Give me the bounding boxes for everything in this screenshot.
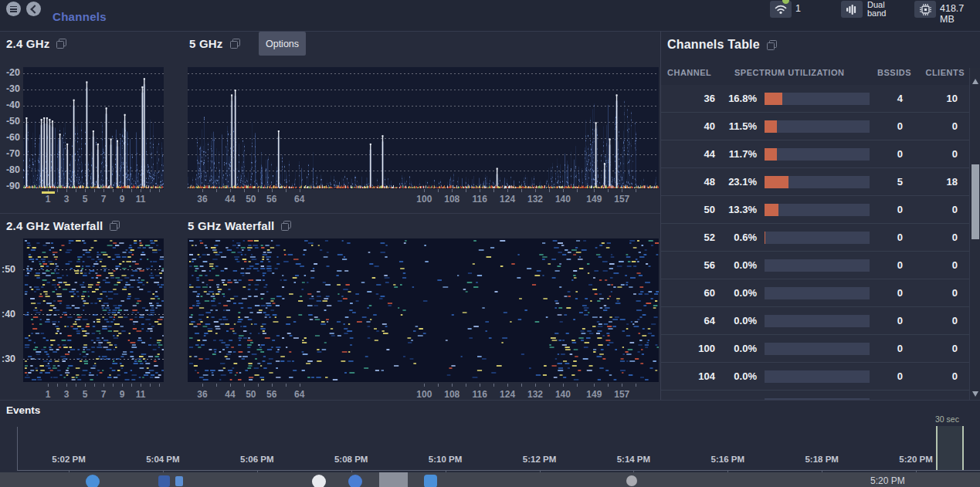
dock-icon[interactable] (626, 475, 637, 486)
copy-icon[interactable] (56, 39, 66, 49)
table-row[interactable]: 640.0%00 (661, 307, 969, 335)
column-header-channel[interactable]: CHANNEL (667, 68, 711, 77)
axis-tick (141, 384, 141, 387)
utilization-bar-fill (765, 204, 778, 216)
axis-tick (424, 384, 425, 387)
utilization-bar-track (765, 120, 870, 133)
axis-tick (66, 189, 67, 192)
timeline-time-label: 5:12 PM (523, 455, 556, 464)
axis-tick (244, 189, 245, 192)
memory-chip[interactable] (914, 1, 936, 18)
timeline-selection-window[interactable] (936, 426, 964, 470)
axis-tick (594, 189, 595, 192)
x-tick-label: 157 (614, 389, 629, 400)
timeline-axis (17, 470, 980, 471)
x-tick-label: 108 (444, 194, 459, 205)
copy-icon[interactable] (767, 40, 777, 50)
table-row[interactable]: 1040.0%00 (661, 363, 969, 391)
options-button[interactable]: Options (259, 32, 306, 56)
scrubber-time-label: 5:20 PM (870, 475, 905, 486)
axis-tick (150, 384, 151, 387)
channels-dashboard: Channels 1 Dual band (0, 0, 980, 487)
dock-button[interactable] (379, 472, 408, 487)
x-tick-label: 116 (473, 389, 487, 400)
wifi-status-chip[interactable] (770, 1, 792, 18)
chip-icon (920, 4, 931, 15)
channel-cell: 104 (661, 370, 715, 382)
band-chip[interactable] (841, 1, 863, 18)
copy-icon[interactable] (230, 39, 240, 49)
axis-tick (122, 189, 123, 192)
table-row[interactable]: 1000.0%00 (661, 335, 969, 363)
utilization-cell: 23.1% (715, 176, 757, 188)
scrollbar-thumb[interactable] (972, 164, 979, 239)
y-tick-label: -40 (6, 100, 20, 110)
table-row[interactable]: 4411.7%00 (661, 140, 969, 168)
utilization-bar-track (765, 370, 870, 383)
waterfall-24ghz-chart (23, 238, 164, 382)
utilization-cell: 16.8% (715, 93, 757, 104)
copy-icon[interactable] (110, 221, 120, 231)
axis-tick (202, 189, 203, 192)
table-row[interactable]: 600.0%00 (661, 279, 969, 307)
dock-icon[interactable] (312, 475, 326, 487)
spectrum-5ghz-chart (188, 67, 659, 189)
dock-icon[interactable] (348, 475, 362, 487)
axis-tick (636, 189, 636, 192)
scroll-up-arrow-icon[interactable] (972, 79, 978, 84)
bssids-cell: 0 (870, 370, 903, 382)
axis-tick (85, 384, 86, 387)
timeline-time-label: 5:08 PM (334, 455, 368, 464)
copy-icon[interactable] (281, 221, 291, 231)
axis-tick (622, 384, 622, 387)
spectrum-24ghz-y-axis: -20-30-40-50-60-70-80-90 (0, 67, 20, 189)
y-tick-label: -50 (6, 116, 20, 127)
axis-tick (57, 189, 58, 192)
channel-cell: 100 (661, 343, 715, 354)
memory-label: 418.7 MB (940, 3, 980, 25)
table-row[interactable]: 1080.0%00 (661, 391, 969, 400)
axis-tick (636, 384, 636, 387)
utilization-bar-track (765, 343, 870, 355)
page-title: Channels (53, 10, 107, 23)
waterfall-24ghz-y-axis: :50:40:30 (0, 238, 22, 382)
back-button[interactable] (26, 2, 41, 16)
scroll-down-arrow-icon[interactable] (972, 391, 978, 397)
axis-tick (466, 384, 466, 387)
x-tick-label: 124 (500, 194, 515, 205)
timeline-time-label: 5:20 PM (899, 455, 932, 464)
axis-tick (466, 189, 466, 192)
column-header-clients[interactable]: CLIENTS (925, 68, 965, 77)
column-header-utilization[interactable]: SPECTRUM UTILIZATION (734, 68, 844, 77)
dock-icon[interactable] (86, 475, 100, 487)
utilization-cell: 0.0% (715, 343, 757, 354)
menu-button[interactable] (6, 2, 21, 16)
dock-icon[interactable] (175, 476, 183, 486)
utilization-cell: 0.0% (715, 315, 757, 326)
y-tick-label: -60 (6, 132, 20, 143)
spectrum-24ghz-x-axis: 1357911 (23, 194, 164, 206)
utilization-cell: 13.3% (715, 204, 757, 215)
utilization-bar-fill (765, 93, 782, 105)
clients-cell: 0 (903, 287, 958, 299)
table-row[interactable]: 3616.8%410 (661, 85, 969, 113)
spectrum-5ghz-x-axis: 3644505664100108116124132140149157 (188, 194, 659, 206)
dock-icon[interactable] (424, 475, 437, 487)
spectrum-24ghz-header: 2.4 GHz (6, 37, 66, 50)
clients-cell: 10 (903, 93, 958, 104)
table-row[interactable]: 4011.5%00 (661, 113, 969, 140)
channel-cell: 60 (661, 287, 715, 299)
timeline-time-label: 5:10 PM (429, 455, 462, 464)
table-row[interactable]: 520.6%00 (661, 224, 969, 252)
table-row[interactable]: 5013.3%00 (661, 196, 969, 224)
dock-icon[interactable] (158, 475, 170, 487)
table-scrollbar[interactable] (969, 68, 980, 400)
axis-tick (113, 189, 114, 192)
column-header-bssids[interactable]: BSSIDS (877, 68, 911, 77)
y-tick-label: -70 (6, 148, 20, 159)
table-row[interactable]: 560.0%00 (661, 252, 969, 279)
axis-tick (507, 384, 508, 387)
axis-tick (272, 384, 273, 387)
table-row[interactable]: 4823.1%518 (661, 168, 969, 196)
spectrum-24ghz-title: 2.4 GHz (6, 37, 49, 50)
